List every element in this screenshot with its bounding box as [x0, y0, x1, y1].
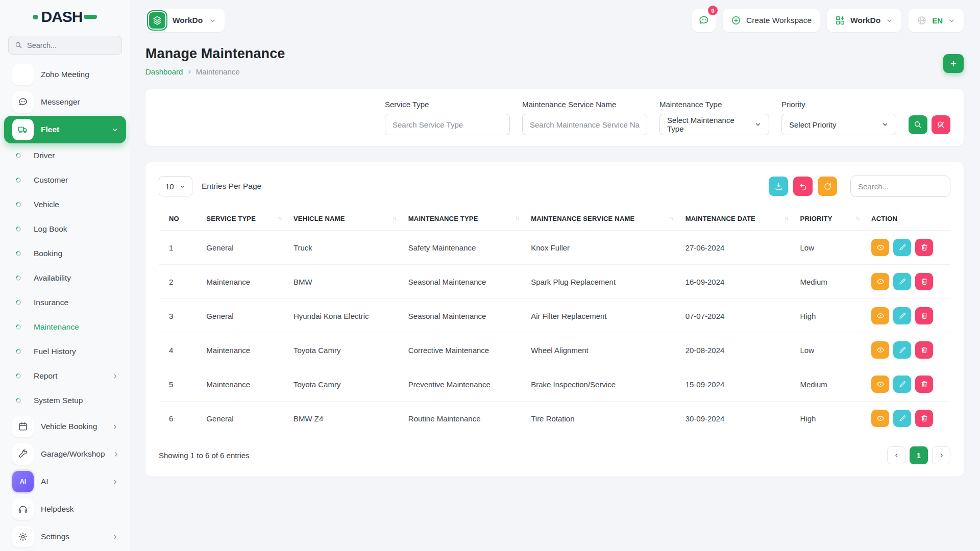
- sidebar-item-insurance[interactable]: Insurance: [0, 290, 130, 315]
- view-button[interactable]: [871, 239, 889, 256]
- column-service-type[interactable]: SERVICE TYPE↑↓: [202, 207, 289, 231]
- sidebar-item-ai[interactable]: AI AI: [4, 468, 126, 495]
- sidebar-item-settings[interactable]: Settings: [4, 523, 126, 550]
- filter-service-type: Service Type: [385, 100, 510, 135]
- sidebar-item-garage-workshop[interactable]: Garage/Workshop: [4, 440, 126, 468]
- sidebar-item-vehicle[interactable]: Vehicle: [0, 192, 130, 217]
- table-actions: [769, 176, 950, 197]
- view-button[interactable]: [871, 341, 889, 359]
- sidebar-item-availability[interactable]: Availability: [0, 266, 130, 290]
- sidebar-item-customer[interactable]: Customer: [0, 168, 130, 192]
- table-search-input[interactable]: [850, 176, 950, 197]
- sidebar-item-label: Insurance: [34, 298, 68, 307]
- delete-button[interactable]: [915, 375, 933, 393]
- column-vehicle-name[interactable]: VEHICLE NAME↑↓: [289, 207, 404, 231]
- sidebar-search-input[interactable]: [27, 41, 115, 49]
- add-maintenance-button[interactable]: +: [943, 54, 964, 73]
- column-action[interactable]: ACTION: [867, 207, 950, 231]
- filter-search-button[interactable]: [909, 115, 927, 134]
- grid-plus-icon: [835, 15, 845, 26]
- workdo-menu-button[interactable]: WorkDo: [827, 9, 901, 32]
- refresh-button[interactable]: [818, 177, 837, 196]
- filter-card: Service Type Maintenance Service Name Ma…: [145, 89, 964, 146]
- cell-maintenance-type: Seasonal Maintenance: [404, 265, 527, 299]
- download-icon: [774, 182, 783, 191]
- filter-reset-button[interactable]: [932, 115, 950, 134]
- language-selector[interactable]: EN: [909, 9, 964, 32]
- delete-button[interactable]: [915, 239, 933, 256]
- back-button[interactable]: [793, 177, 813, 196]
- cell-priority: High: [796, 299, 868, 333]
- column-no[interactable]: NO: [159, 207, 202, 231]
- cell-service-type: General: [202, 231, 289, 265]
- maintenance-type-select[interactable]: Select Maintenance Type: [659, 114, 769, 135]
- breadcrumb-dashboard-link[interactable]: Dashboard: [145, 67, 183, 76]
- trash-icon: [920, 346, 928, 354]
- column-maintenance-date[interactable]: MAINTENANCE DATE↑↓: [681, 207, 796, 231]
- edit-button[interactable]: [893, 410, 911, 427]
- sidebar-item-fleet[interactable]: Fleet: [4, 116, 126, 143]
- maintenance-service-name-input[interactable]: [522, 114, 647, 135]
- export-button[interactable]: [769, 177, 788, 196]
- trash-icon: [920, 243, 928, 252]
- delete-button[interactable]: [915, 341, 933, 359]
- view-button[interactable]: [871, 410, 889, 427]
- table-row: 5MaintenanceToyota CamryPreventive Maint…: [159, 367, 950, 402]
- content: Manage Maintenance Dashboard › Maintenan…: [130, 36, 980, 551]
- sidebar-item-label: Zoho Meeting: [41, 70, 89, 79]
- workspace-label: WorkDo: [173, 16, 203, 25]
- create-workspace-button[interactable]: Create Workspace: [723, 9, 820, 32]
- edit-button[interactable]: [893, 239, 911, 256]
- sidebar-item-zoho-meeting[interactable]: U Zoho Meeting: [4, 61, 126, 88]
- chevron-right-icon: [111, 372, 119, 380]
- sidebar-item-driver[interactable]: Driver: [0, 143, 130, 168]
- delete-button[interactable]: [915, 410, 933, 427]
- sidebar-item-booking[interactable]: Booking: [0, 241, 130, 266]
- column-maintenance-service-name[interactable]: MAINTENANCE SERVICE NAME↑↓: [527, 207, 681, 231]
- sidebar-item-helpdesk[interactable]: Helpdesk: [4, 495, 126, 523]
- cell-no: 4: [159, 333, 202, 367]
- delete-button[interactable]: [915, 273, 933, 290]
- view-button[interactable]: [871, 375, 889, 393]
- cell-date: 15-09-2024: [681, 367, 796, 402]
- eye-icon: [876, 243, 885, 252]
- pagination-prev-button[interactable]: [887, 446, 905, 464]
- sidebar-item-log-book[interactable]: Log Book: [0, 217, 130, 241]
- view-button[interactable]: [871, 307, 889, 324]
- sidebar-item-fuel-history[interactable]: Fuel History: [0, 339, 130, 364]
- logo-dot-icon: [33, 15, 38, 19]
- app-logo[interactable]: DASH: [0, 0, 130, 34]
- sort-icon: ↑↓: [393, 215, 396, 221]
- edit-button[interactable]: [893, 307, 911, 324]
- edit-button[interactable]: [893, 375, 911, 393]
- edit-button[interactable]: [893, 273, 911, 290]
- sidebar-item-messenger[interactable]: Messenger: [4, 88, 126, 116]
- logo-wordmark: DASH: [33, 8, 96, 26]
- delete-button[interactable]: [915, 307, 933, 324]
- table-row: 2MaintenanceBMWSeasonal MaintenanceSpark…: [159, 265, 950, 299]
- edit-button[interactable]: [893, 341, 911, 359]
- priority-select[interactable]: Select Priority: [781, 114, 896, 135]
- cell-vehicle-name: Toyota Camry: [289, 333, 404, 367]
- table-row: 4MaintenanceToyota CamryCorrective Maint…: [159, 333, 950, 367]
- sidebar-item-label: System Setup: [34, 396, 83, 405]
- service-type-input[interactable]: [385, 114, 510, 135]
- cell-service-type: General: [202, 299, 289, 333]
- sidebar-item-vehicle-booking[interactable]: Vehicle Booking: [4, 413, 126, 440]
- workspace-selector[interactable]: WorkDo: [145, 9, 225, 32]
- sidebar-item-label: Driver: [34, 151, 55, 160]
- pagination-page-1[interactable]: 1: [910, 446, 928, 464]
- column-maintenance-type[interactable]: MAINTENANCE TYPE↑↓: [404, 207, 527, 231]
- column-priority[interactable]: PRIORITY↑↓: [796, 207, 868, 231]
- view-button[interactable]: [871, 273, 889, 290]
- sidebar-item-system-setup[interactable]: System Setup: [0, 388, 130, 413]
- page-title: Manage Maintenance: [145, 46, 285, 62]
- table-card: 10 Entries Per Page: [145, 162, 964, 477]
- cell-no: 2: [159, 265, 202, 299]
- sidebar-item-report[interactable]: Report: [0, 364, 130, 388]
- pagination-next-button[interactable]: [932, 446, 950, 464]
- messages-button[interactable]: 0: [692, 9, 716, 32]
- sidebar-item-label: Report: [34, 371, 58, 381]
- sidebar-item-maintenance[interactable]: Maintenance: [0, 315, 130, 339]
- entries-per-page-select[interactable]: 10: [159, 176, 192, 196]
